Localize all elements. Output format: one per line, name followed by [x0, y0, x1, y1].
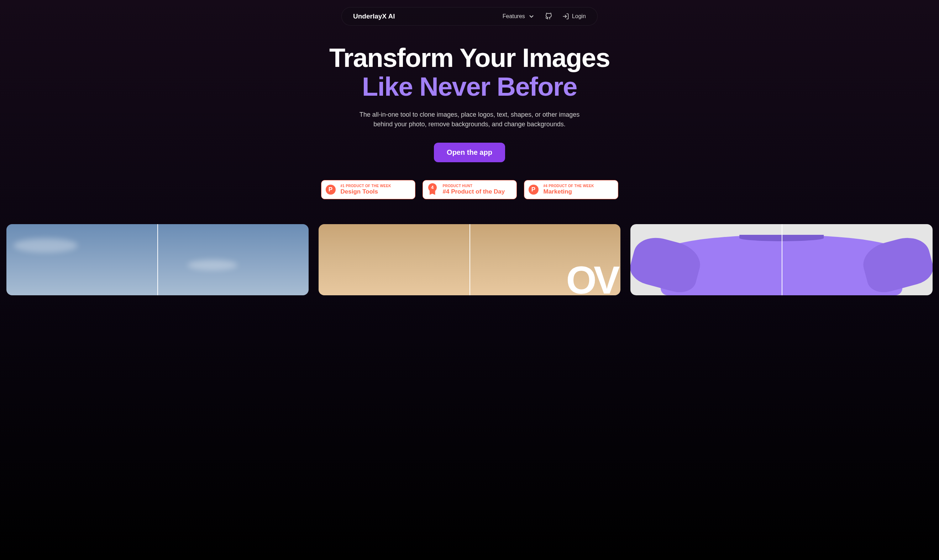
badge-design-tools[interactable]: P #1 PRODUCT OF THE WEEK Design Tools — [321, 180, 415, 199]
login-label: Login — [572, 13, 586, 20]
badge-title: Design Tools — [341, 188, 391, 195]
before-after-divider — [157, 224, 158, 295]
badge-text-group: #1 PRODUCT OF THE WEEK Design Tools — [341, 184, 391, 195]
hero-subtitle: The all-in-one tool to clone images, pla… — [356, 110, 583, 129]
hero-title: Transform Your Images Like Never Before — [7, 43, 932, 102]
badge-title: Marketing — [544, 188, 594, 195]
hero-section: Transform Your Images Like Never Before … — [0, 43, 939, 162]
badge-label: PRODUCT HUNT — [443, 184, 505, 188]
badge-p-icon: P — [529, 185, 538, 195]
hero-title-line2: Like Never Before — [7, 72, 932, 101]
nav-right-group: Features Login — [503, 13, 586, 20]
example-card-sunset[interactable]: OV — [319, 224, 621, 295]
medal-number: 4 — [428, 183, 437, 192]
cloud-shape — [14, 238, 78, 252]
github-icon — [545, 13, 552, 20]
before-after-divider — [470, 224, 470, 295]
features-label: Features — [503, 13, 525, 20]
login-icon — [562, 13, 569, 20]
cloud-shape — [188, 260, 237, 271]
features-dropdown[interactable]: Features — [503, 13, 535, 20]
overlay-text: OV — [566, 257, 617, 295]
example-card-sky[interactable] — [6, 224, 308, 295]
badge-p-icon: P — [326, 185, 336, 195]
badge-product-of-day[interactable]: 4 PRODUCT HUNT #4 Product of the Day — [422, 180, 517, 199]
badge-label: #4 PRODUCT OF THE WEEK — [544, 184, 594, 188]
example-gallery: OV — [0, 224, 939, 295]
badge-label: #1 PRODUCT OF THE WEEK — [341, 184, 391, 188]
badge-text-group: #4 PRODUCT OF THE WEEK Marketing — [544, 184, 594, 195]
medal-icon: 4 — [427, 183, 438, 196]
example-card-sweater[interactable] — [631, 224, 933, 295]
badge-title: #4 Product of the Day — [443, 188, 505, 195]
chevron-down-icon — [528, 13, 535, 20]
open-app-button[interactable]: Open the app — [434, 143, 505, 162]
badge-text-group: PRODUCT HUNT #4 Product of the Day — [443, 184, 505, 195]
login-button[interactable]: Login — [562, 13, 586, 20]
navbar: UnderlayX AI Features Login — [341, 7, 598, 26]
hero-title-line1: Transform Your Images — [7, 43, 932, 72]
brand-logo[interactable]: UnderlayX AI — [353, 12, 395, 20]
before-after-divider — [782, 224, 782, 295]
product-hunt-badges: P #1 PRODUCT OF THE WEEK Design Tools 4 … — [0, 180, 939, 199]
github-link[interactable] — [545, 13, 552, 20]
badge-marketing[interactable]: P #4 PRODUCT OF THE WEEK Marketing — [524, 180, 618, 199]
